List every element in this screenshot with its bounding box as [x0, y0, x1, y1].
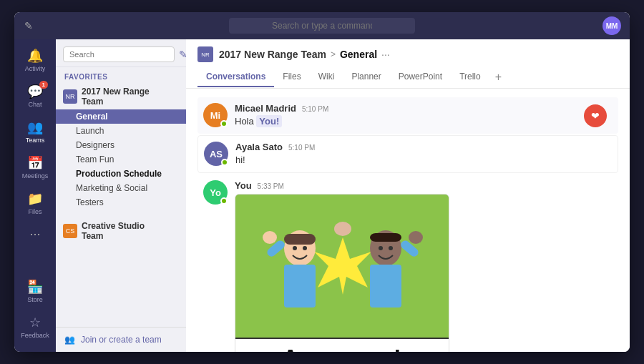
- message-meta-2: Ayala Sato 5:10 PM: [235, 142, 315, 152]
- rail-label-chat: Chat: [28, 101, 42, 108]
- message-group-3: Yo You 5:33 PM: [197, 174, 618, 352]
- svg-point-8: [263, 231, 277, 244]
- svg-rect-6: [284, 265, 316, 308]
- tab-trello[interactable]: Trello: [451, 67, 489, 87]
- store-icon: 🏪: [27, 279, 43, 295]
- tab-conversations[interactable]: Conversations: [197, 67, 274, 87]
- channel-item-general[interactable]: General: [56, 109, 186, 124]
- team-name-creative: Creative Studio Team: [82, 221, 166, 241]
- sidebar-compose-icon[interactable]: ✎: [179, 49, 186, 60]
- message-time-3: 5:33 PM: [258, 182, 284, 190]
- sidebar-section-label: Favorites: [56, 67, 186, 84]
- rail-item-feedback[interactable]: ☆ Feedback: [18, 310, 52, 343]
- svg-rect-3: [284, 234, 316, 245]
- meme-container: Awesome!: [235, 194, 449, 352]
- tab-planner[interactable]: Planner: [343, 67, 389, 87]
- rail-label-feedback: Feedback: [21, 332, 49, 339]
- meetings-icon: 📅: [27, 155, 43, 171]
- channel-list: General Launch Designers Team Fun Produc…: [56, 109, 186, 210]
- svg-point-4: [293, 246, 297, 250]
- rail-label-store: Store: [27, 296, 43, 303]
- channel-item-testers[interactable]: Testers: [56, 195, 186, 210]
- icon-rail: 🔔 Activity 1 💬 Chat 👥 Teams 📅 Meetings 📁…: [14, 39, 56, 352]
- meme-svg: [235, 195, 449, 338]
- team-name-new-range: 2017 New Range Team: [82, 87, 166, 107]
- rail-item-activity[interactable]: 🔔 Activity: [18, 44, 52, 77]
- team-item-creative[interactable]: CS Creative Studio Team ···: [56, 218, 186, 244]
- message-group-2: AS Ayala Sato 5:10 PM hi!: [197, 135, 618, 173]
- rail-item-more[interactable]: ···: [18, 222, 52, 246]
- chat-badge: 1: [39, 81, 48, 89]
- tab-files[interactable]: Files: [274, 67, 309, 87]
- avatar-ayala: AS: [204, 142, 228, 166]
- main-content: 🔔 Activity 1 💬 Chat 👥 Teams 📅 Meetings 📁…: [14, 39, 630, 352]
- breadcrumb-channel-name: General: [340, 49, 377, 60]
- activity-icon: 🔔: [27, 48, 43, 64]
- rail-label-activity: Activity: [25, 65, 46, 72]
- files-icon: 📁: [27, 191, 43, 207]
- chat-area: NR 2017 New Range Team > General ··· Con…: [186, 39, 630, 352]
- rail-label-teams: Teams: [26, 137, 45, 144]
- sidebar: ✎ Favorites NR 2017 New Range Team ··· G…: [56, 39, 186, 352]
- sidebar-search-input[interactable]: [63, 46, 175, 62]
- compose-icon[interactable]: ✎: [24, 20, 33, 31]
- tab-add-button[interactable]: +: [489, 67, 507, 88]
- message-meta-1: Micael Madrid 5:10 PM: [235, 103, 328, 114]
- message-content-1: Micael Madrid 5:10 PM Hola You!: [235, 103, 328, 128]
- breadcrumb-arrow-icon: >: [331, 49, 336, 59]
- status-indicator-micael: [220, 120, 228, 127]
- team-icon-new-range: NR: [63, 89, 77, 104]
- chat-team-icon: NR: [197, 46, 213, 62]
- rail-item-meetings[interactable]: 📅 Meetings: [18, 151, 52, 184]
- user-avatar[interactable]: MM: [602, 16, 621, 35]
- join-team-icon: 👥: [64, 335, 75, 345]
- feedback-icon: ☆: [29, 315, 41, 330]
- tab-wiki[interactable]: Wiki: [310, 67, 343, 87]
- channel-item-marketing[interactable]: Marketing & Social: [56, 181, 186, 195]
- teams-icon: 👥: [27, 119, 43, 135]
- more-icon: ···: [29, 227, 40, 242]
- message-content-3: You 5:33 PM: [235, 180, 449, 352]
- avatar-micael: Mi: [203, 103, 228, 127]
- message-author-3: You: [235, 180, 252, 191]
- channel-item-teamfun[interactable]: Team Fun: [56, 152, 186, 167]
- message-text-1: Hola You!: [235, 115, 328, 128]
- svg-point-11: [379, 246, 383, 250]
- mention-you-1: You!: [256, 115, 282, 127]
- rail-bottom: 🏪 Store ☆ Feedback: [14, 275, 56, 352]
- join-team-label: Join or create a team: [81, 335, 162, 345]
- chat-header: NR 2017 New Range Team > General ··· Con…: [186, 39, 630, 89]
- tab-powerpoint[interactable]: PowerPoint: [390, 67, 451, 87]
- status-indicator-ayala: [221, 159, 228, 166]
- avatar-you: Yo: [203, 180, 228, 205]
- rail-item-store[interactable]: 🏪 Store: [18, 275, 52, 308]
- message-time-2: 5:10 PM: [288, 144, 315, 152]
- svg-point-5: [303, 246, 307, 250]
- channel-item-launch[interactable]: Launch: [56, 124, 186, 138]
- title-search-input[interactable]: [229, 18, 415, 34]
- message-meta-3: You 5:33 PM: [235, 180, 449, 191]
- meme-text: Awesome!: [235, 338, 449, 352]
- sidebar-footer[interactable]: 👥 Join or create a team: [56, 327, 186, 352]
- breadcrumb-team-name: 2017 New Range Team: [219, 49, 326, 60]
- rail-label-meetings: Meetings: [22, 172, 49, 179]
- svg-rect-13: [370, 265, 401, 308]
- message-author-1: Micael Madrid: [235, 103, 296, 114]
- team-item-new-range[interactable]: NR 2017 New Range Team ···: [56, 84, 186, 109]
- rail-item-teams[interactable]: 👥 Teams: [18, 115, 52, 148]
- message-content-2: Ayala Sato 5:10 PM hi!: [235, 142, 315, 167]
- channel-item-designers[interactable]: Designers: [56, 138, 186, 152]
- svg-rect-10: [370, 233, 401, 242]
- rail-item-files[interactable]: 📁 Files: [18, 187, 52, 220]
- chat-tabs: Conversations Files Wiki Planner PowerPo…: [197, 67, 618, 88]
- breadcrumb-ellipsis[interactable]: ···: [381, 49, 390, 60]
- svg-point-12: [389, 246, 393, 250]
- message-body-1: Hola: [235, 116, 256, 127]
- rail-item-chat[interactable]: 1 💬 Chat: [18, 79, 52, 112]
- reaction-button-1[interactable]: ❤: [584, 104, 607, 127]
- svg-point-16: [334, 222, 351, 236]
- channel-item-prodschedule[interactable]: Production Schedule: [56, 167, 186, 181]
- chat-breadcrumb: 2017 New Range Team > General ···: [219, 49, 390, 60]
- team-icon-creative: CS: [63, 224, 77, 238]
- status-indicator-you: [220, 197, 228, 205]
